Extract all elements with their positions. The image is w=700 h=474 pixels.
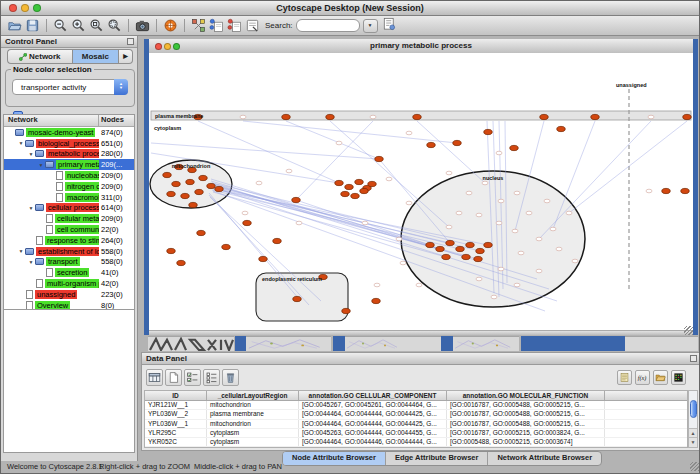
new-attribute-button[interactable]: [165, 369, 182, 386]
zoom-in-icon[interactable]: [71, 18, 86, 33]
table-cell[interactable]: mitochondrion: [207, 447, 299, 448]
network-node-small[interactable]: [556, 247, 562, 251]
table-cell[interactable]: [GO:0045263, GO:0044444, GO:0044455, G..…: [299, 429, 447, 437]
network-node[interactable]: [342, 308, 350, 313]
disclosure-triangle-icon[interactable]: ▼: [17, 248, 25, 254]
network-node-small[interactable]: [416, 283, 422, 287]
form-icon[interactable]: [245, 18, 260, 33]
tree-row[interactable]: macromolecule311(0): [4, 192, 134, 203]
network-node[interactable]: [427, 142, 435, 147]
network-node-small[interactable]: [396, 237, 402, 241]
resize-grip-icon[interactable]: [684, 326, 693, 335]
formula-button[interactable]: f(x): [635, 370, 650, 385]
birdseye-view-panel[interactable]: [3, 309, 135, 453]
network-node[interactable]: [243, 220, 251, 225]
network-node[interactable]: [484, 129, 492, 134]
notes-button[interactable]: [617, 370, 632, 385]
network-node-small[interactable]: [256, 181, 262, 185]
table-cell[interactable]: mitochondrion: [207, 420, 299, 428]
network-node[interactable]: [466, 242, 474, 247]
table-column-header[interactable]: ID: [145, 391, 207, 400]
network-node[interactable]: [484, 242, 492, 247]
network-node[interactable]: [293, 296, 301, 301]
table-cell[interactable]: [GO:0045267, GO:0045261, GO:0044464, G..…: [299, 401, 447, 409]
table-cell[interactable]: [GO:0016787, GO:0005488, GO:0005215, G..…: [447, 410, 605, 418]
tree-row[interactable]: ▼transport558(0): [4, 257, 134, 268]
table-cell[interactable]: [605, 447, 688, 448]
network-node[interactable]: [189, 202, 197, 207]
tree-row[interactable]: ▼cellular process614(0): [4, 203, 134, 214]
tree-row[interactable]: cell communicat22(0): [4, 224, 134, 235]
network-node[interactable]: [282, 114, 290, 119]
tree-row[interactable]: mosaic-demo-yeast874(0): [4, 127, 134, 138]
zoom-fit-icon[interactable]: [89, 18, 104, 33]
network-node-small[interactable]: [491, 295, 497, 299]
disclosure-triangle-icon[interactable]: ▼: [27, 205, 35, 211]
table-cell[interactable]: YKR052C: [145, 438, 207, 446]
table-row[interactable]: YLR295Ccytoplasm[GO:0045263, GO:0044444,…: [145, 429, 687, 438]
search-dropdown-button[interactable]: ▼: [363, 19, 378, 33]
network-node[interactable]: [341, 191, 349, 196]
network-node-small[interactable]: [242, 211, 248, 215]
network-node[interactable]: [172, 181, 180, 186]
network-node[interactable]: [476, 248, 484, 253]
tree-row[interactable]: secretion41(0): [4, 267, 134, 278]
table-cell[interactable]: [GO:0016787, GO:0005488, GO:0005215, G..…: [447, 401, 605, 409]
network-node[interactable]: [591, 114, 599, 119]
network-node[interactable]: [335, 180, 343, 185]
network-node-small[interactable]: [370, 115, 376, 119]
network-node-small[interactable]: [406, 131, 412, 135]
attribute-list-button[interactable]: [203, 369, 220, 386]
table-cell[interactable]: [605, 401, 688, 409]
tree-row[interactable]: cellular metabol209(0): [4, 213, 134, 224]
network-node[interactable]: [540, 114, 548, 119]
zoom-out-icon[interactable]: [53, 18, 68, 33]
network-node-small[interactable]: [526, 211, 532, 215]
table-cell[interactable]: [605, 429, 688, 437]
network-node[interactable]: [557, 126, 565, 131]
network-node-small[interactable]: [496, 221, 502, 225]
network-node[interactable]: [207, 183, 215, 188]
network-node[interactable]: [436, 246, 444, 251]
network-node[interactable]: [186, 179, 194, 184]
table-cell[interactable]: [GO:0044464, GO:0044444, GO:0044425, G..…: [299, 420, 447, 428]
network-node[interactable]: [474, 256, 482, 261]
network-node[interactable]: [462, 254, 470, 259]
scroll-down-icon[interactable]: ▼: [689, 437, 697, 447]
table-row[interactable]: YPL036W__1mitochondrion[GO:0044464, GO:0…: [145, 420, 687, 429]
network-node[interactable]: [413, 114, 421, 119]
network-node-small[interactable]: [286, 169, 292, 173]
network-node-small[interactable]: [476, 213, 482, 217]
disclosure-triangle-icon[interactable]: ▼: [27, 151, 35, 157]
scrollbar-thumb[interactable]: [690, 400, 697, 418]
node-mapper-icon[interactable]: [209, 18, 224, 33]
table-cell[interactable]: [GO:0016787, GO:0005215, GO:0003824, G..…: [447, 429, 605, 437]
network-node-small[interactable]: [446, 171, 452, 175]
network-node-small[interactable]: [496, 151, 502, 155]
network-node-small[interactable]: [514, 283, 520, 287]
table-cell[interactable]: [GO:0016787, GO:0005488, GO:0005215, G..…: [447, 420, 605, 428]
tree-row[interactable]: nitrogen compou209(0): [4, 181, 134, 192]
table-cell[interactable]: mitochondrion: [207, 401, 299, 409]
tree-row[interactable]: unassigned223(0): [4, 289, 134, 300]
network-node[interactable]: [355, 179, 363, 184]
network-node-small[interactable]: [550, 227, 556, 231]
network-node-small[interactable]: [544, 199, 550, 203]
network-node[interactable]: [177, 260, 185, 265]
disclosure-triangle-icon[interactable]: ▼: [17, 140, 25, 146]
network-node-small[interactable]: [566, 211, 572, 215]
network-node-small[interactable]: [512, 229, 518, 233]
network-node-small[interactable]: [482, 181, 488, 185]
table-cell[interactable]: [GO:0044464, GO:0044444, GO:0044425, G..…: [299, 447, 447, 448]
table-column-header[interactable]: annotation.GO CELLULAR_COMPONENT: [299, 391, 447, 400]
network-node-small[interactable]: [446, 225, 452, 229]
delete-attribute-button[interactable]: [222, 369, 239, 386]
table-scrollbar[interactable]: ▲ ▼: [688, 390, 698, 448]
table-cell[interactable]: [GO:0044464, GO:0044444, GO:0044425, G..…: [299, 410, 447, 418]
network-node[interactable]: [426, 242, 434, 247]
network-canvas[interactable]: plasma membranecytoplasmmitochondrionnuc…: [149, 53, 693, 331]
search-input[interactable]: [296, 19, 360, 32]
float-panel-icon[interactable]: [690, 355, 697, 362]
table-cell[interactable]: YPL036W__2: [145, 410, 207, 418]
table-cell[interactable]: YJR121W__1: [145, 401, 207, 409]
